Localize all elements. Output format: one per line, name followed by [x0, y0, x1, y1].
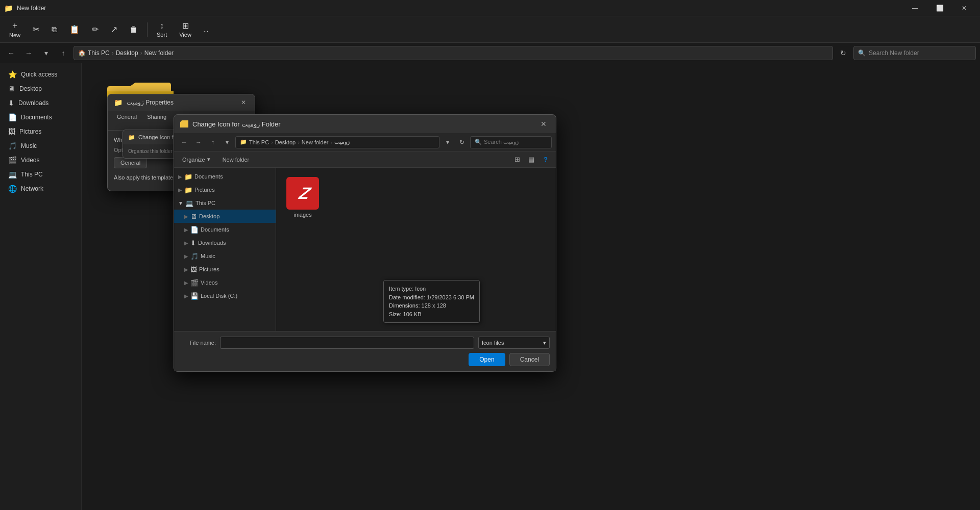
copy-button[interactable]: ⧉	[46, 18, 62, 41]
new-button[interactable]: ＋ New	[4, 18, 26, 41]
music-icon: 🎵	[8, 142, 17, 150]
paste-button[interactable]: 📋	[64, 18, 85, 41]
ci-new-folder-button[interactable]: New folder	[218, 155, 254, 164]
sidebar-item-videos[interactable]: 🎬 Videos	[2, 153, 79, 167]
ci-tree-desktop[interactable]: ▶ 🖥 Desktop	[174, 210, 276, 223]
ci-filetype-label: Icon files	[482, 340, 504, 346]
sidebar-item-pictures[interactable]: 🖼 Pictures	[2, 124, 79, 139]
sidebar-item-quickaccess[interactable]: ⭐ Quick access	[2, 67, 79, 82]
ci-file-images[interactable]: 𝘡 images	[282, 174, 323, 221]
ci-tree-downloads[interactable]: ▶ ⬇ Downloads	[174, 236, 276, 249]
forward-button[interactable]: →	[21, 46, 36, 60]
ci-tree-pictures2[interactable]: ▶ 🖼 Pictures	[174, 263, 276, 276]
refresh-button[interactable]: ↻	[836, 46, 850, 60]
sidebar-item-downloads[interactable]: ⬇ Downloads	[2, 96, 79, 110]
close-button[interactable]: ✕	[952, 0, 976, 16]
path-home-icon: 🏠	[78, 49, 86, 57]
copy-icon: ⧉	[52, 25, 57, 34]
ci-address-dropdown[interactable]: ▾	[442, 136, 454, 148]
ci-tree-documents[interactable]: ▶ 📁 Documents	[174, 170, 276, 183]
path-sep2: ›	[140, 49, 142, 57]
path-newfolder: New folder	[144, 49, 174, 57]
tooltip-dimensions: Dimensions: 128 x 128	[389, 301, 474, 310]
tooltip-size: Size: 106 KB	[389, 310, 474, 319]
address-bar: ← → ▾ ↑ 🏠 This PC › Desktop › New folder…	[0, 43, 980, 63]
chevron-icon: ▶	[184, 227, 188, 233]
tab-general[interactable]: General	[112, 111, 142, 130]
properties-close-button[interactable]: ✕	[238, 97, 249, 108]
more-button[interactable]: ...	[199, 18, 213, 41]
ci-tree-pictures[interactable]: ▶ 📁 Pictures	[174, 183, 276, 196]
window-title: New folder	[17, 5, 46, 12]
properties-title-bar: 📁 زومیت Properties ✕	[108, 94, 255, 111]
ci-help-button[interactable]: ?	[540, 154, 552, 166]
small-dialog-icon: 📁	[128, 134, 135, 141]
sidebar-item-thispc[interactable]: 💻 This PC	[2, 167, 79, 182]
minimize-button[interactable]: —	[903, 0, 927, 16]
ci-up-button[interactable]: ↑	[207, 136, 219, 148]
z-folder-icon: 𝘡	[286, 177, 319, 210]
ci-back-button[interactable]: ←	[178, 136, 190, 148]
ci-view-grid-button[interactable]: ⊞	[511, 154, 523, 166]
share-button[interactable]: ↗	[106, 18, 122, 41]
chevron-icon: ▶	[178, 174, 182, 180]
ci-footer-buttons: Open Cancel	[180, 353, 550, 366]
chevron-icon: ▶	[184, 240, 188, 246]
delete-button[interactable]: 🗑	[125, 18, 143, 41]
ci-filename-input[interactable]	[220, 337, 474, 349]
rename-button[interactable]: ✏	[87, 18, 104, 41]
up-button[interactable]: ↑	[56, 46, 70, 60]
ci-file-grid-area: 𝘡 images Item type: Icon Date modified: …	[276, 168, 556, 331]
paste-icon: 📋	[69, 24, 80, 34]
cut-button[interactable]: ✂	[28, 18, 44, 41]
ci-toolbar: Organize ▾ New folder ⊞ ▤ ?	[174, 151, 556, 168]
new-icon: ＋	[11, 20, 19, 31]
ci-organize-button[interactable]: Organize ▾	[178, 155, 214, 164]
sidebar-item-music[interactable]: 🎵 Music	[2, 139, 79, 153]
path-thispc: This PC	[88, 49, 110, 57]
toolbar: ＋ New ✂ ⧉ 📋 ✏ ↗ 🗑 ↕ Sort ⊞ View ...	[0, 16, 980, 43]
ci-tree-videos[interactable]: ▶ 🎬 Videos	[174, 276, 276, 289]
chevron-icon: ▶	[184, 253, 188, 259]
ci-tree-localdisk[interactable]: ▶ 💾 Local Disk (C:)	[174, 289, 276, 302]
ci-down-button[interactable]: ▾	[221, 136, 233, 148]
ci-filetype-select[interactable]: Icon files ▾	[478, 337, 550, 349]
ci-forward-button[interactable]: →	[192, 136, 205, 148]
search-bar[interactable]: 🔍 Search New folder	[853, 46, 976, 60]
sidebar-item-network[interactable]: 🌐 Network	[2, 182, 79, 196]
ci-tree-documents2[interactable]: ▶ 📄 Documents	[174, 223, 276, 236]
ci-title: Change Icon for زومیت Folder	[192, 120, 533, 128]
sort-button[interactable]: ↕ Sort	[152, 18, 172, 41]
path-sep1: ›	[112, 49, 114, 57]
ci-view-details-button[interactable]: ▤	[525, 154, 537, 166]
network-icon: 🌐	[8, 185, 17, 193]
down-button[interactable]: ▾	[39, 46, 53, 60]
desktop-icon: 🖥	[8, 85, 15, 93]
properties-title: زومیت Properties	[127, 99, 234, 106]
ci-tree-music[interactable]: ▶ 🎵 Music	[174, 249, 276, 263]
ci-refresh-button[interactable]: ↻	[456, 136, 468, 148]
properties-icon: 📁	[114, 98, 122, 107]
change-icon-dialog: Change Icon for زومیت Folder ✕ ← → ↑ ▾ 📁…	[174, 114, 556, 372]
file-tooltip: Item type: Icon Date modified: 1/29/2023…	[383, 280, 480, 323]
tooltip-type: Item type: Icon	[389, 285, 474, 293]
ci-search-bar[interactable]: 🔍 Search زومیت	[470, 136, 552, 148]
sidebar-item-documents[interactable]: 📄 Documents	[2, 110, 79, 124]
address-path[interactable]: 🏠 This PC › Desktop › New folder	[74, 46, 833, 60]
ci-open-button[interactable]: Open	[469, 353, 505, 366]
chevron-icon: ▶	[184, 267, 188, 272]
sidebar-item-desktop[interactable]: 🖥 Desktop	[2, 82, 79, 96]
ci-cancel-button[interactable]: Cancel	[509, 353, 550, 366]
view-button[interactable]: ⊞ View	[174, 18, 197, 41]
ci-tree-thispc[interactable]: ▼ 💻 This PC	[174, 196, 276, 210]
maximize-button[interactable]: ⬜	[928, 0, 951, 16]
ci-close-button[interactable]: ✕	[537, 118, 550, 130]
ci-address-bar[interactable]: 📁 This PC › Desktop › New folder › زومیت	[235, 136, 439, 148]
tab-sharing[interactable]: Sharing	[142, 111, 172, 130]
ci-filename-row: File name: Icon files ▾	[180, 337, 550, 349]
chevron-expanded-icon: ▼	[178, 200, 183, 206]
general-btn[interactable]: General	[114, 157, 147, 168]
sort-icon: ↕	[160, 21, 164, 31]
path-desktop: Desktop	[116, 49, 138, 57]
back-button[interactable]: ←	[4, 46, 18, 60]
